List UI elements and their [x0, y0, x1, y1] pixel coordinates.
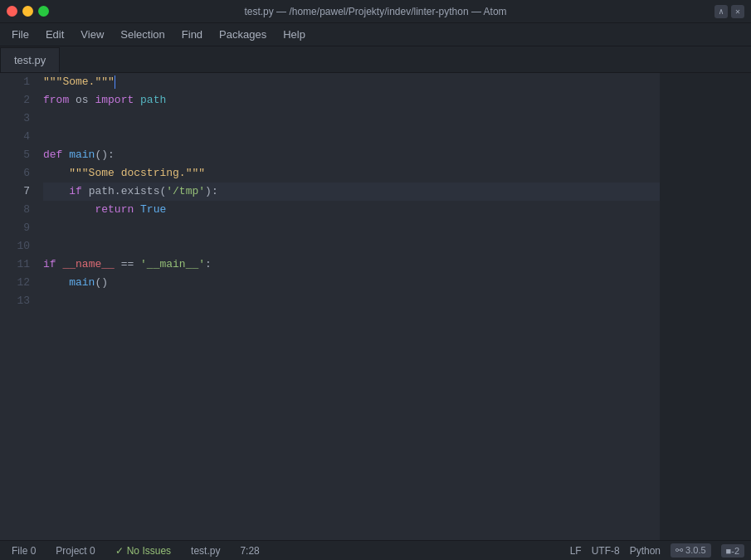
token-space-4: [134, 201, 140, 219]
menu-packages[interactable]: Packages: [211, 26, 275, 43]
token-eq: ==: [115, 256, 140, 274]
line-num-3: 3: [13, 110, 30, 128]
titlebar-ctrl-2[interactable]: ✕: [731, 5, 744, 18]
line-num-7: 7: [13, 183, 30, 201]
token-colon: :: [205, 256, 212, 274]
git-branch[interactable]: ⚯ 3.0.5: [671, 543, 711, 558]
token-indent-4: [43, 274, 69, 292]
editor-container: 1 2 3 4 5 6 7 8 9 10 11 12 13 """Some.""…: [0, 73, 751, 540]
token-if: if: [69, 183, 82, 201]
git-branch-label: 3.0.5: [683, 545, 706, 555]
menubar: File Edit View Selection Find Packages H…: [0, 23, 751, 46]
code-line-8: return True: [43, 201, 660, 219]
code-line-3: [43, 110, 660, 128]
token-main-func: main: [69, 146, 95, 164]
token-indent-3: [43, 201, 95, 219]
titlebar: test.py — /home/pawel/Projekty/indev/lin…: [0, 0, 751, 23]
titlebar-right-controls: ∧ ✕: [714, 5, 744, 18]
code-line-4: [43, 128, 660, 146]
encoding[interactable]: UTF-8: [592, 545, 620, 557]
code-line-12: main (): [43, 274, 660, 292]
token-space-2: [62, 146, 69, 164]
tab-label: test.py: [14, 54, 46, 66]
token-if2: if: [43, 256, 56, 274]
code-line-2: from os import path: [43, 91, 660, 110]
window-controls: [7, 6, 49, 17]
statusbar: File 0 Project 0 ✓ No Issues test.py 7:2…: [0, 540, 751, 560]
line-num-2: 2: [13, 91, 30, 110]
token-tmp-str: '/tmp': [166, 183, 205, 201]
menu-file[interactable]: File: [3, 26, 37, 43]
check-icon: ✓: [115, 545, 124, 557]
token-docstring-1: """Some.""": [43, 73, 115, 91]
token-call-parens: (): [95, 274, 108, 292]
line-num-5: 5: [13, 146, 30, 164]
line-num-11: 11: [13, 256, 30, 274]
token-import: import: [95, 91, 134, 110]
line-num-6: 6: [13, 164, 30, 183]
token-main-str: '__main__': [140, 256, 205, 274]
status-right: LF UTF-8 Python ⚯ 3.0.5 ■-2: [570, 543, 744, 558]
token-path: path: [134, 91, 166, 110]
code-line-1: """Some.""": [43, 73, 660, 91]
minimap: [660, 73, 751, 540]
menu-find[interactable]: Find: [173, 26, 211, 43]
code-line-9: [43, 219, 660, 237]
filename-label: test.py: [186, 544, 225, 558]
line-num-9: 9: [13, 219, 30, 237]
token-pathexists: path.exists(: [89, 183, 167, 201]
menu-help[interactable]: Help: [275, 26, 314, 43]
token-def: def: [43, 146, 62, 164]
language[interactable]: Python: [630, 545, 661, 557]
code-line-11: if __name__ == '__main__' :: [43, 256, 660, 274]
token-close-paren: ):: [205, 183, 218, 201]
close-button[interactable]: [7, 6, 17, 17]
file-badge[interactable]: File 0: [7, 544, 41, 558]
git-status-label: -2: [731, 546, 739, 556]
token-true: True: [140, 201, 166, 219]
token-indent-2: [43, 183, 69, 201]
line-num-13: 13: [13, 292, 30, 310]
token-name-var: __name__: [62, 256, 114, 274]
menu-view[interactable]: View: [72, 26, 112, 43]
menu-edit[interactable]: Edit: [37, 26, 72, 43]
token-from: from: [43, 91, 69, 110]
line-num-10: 10: [13, 237, 30, 256]
line-numbers: 1 2 3 4 5 6 7 8 9 10 11 12 13: [0, 73, 40, 540]
status-left: File 0 Project 0 ✓ No Issues test.py 7:2…: [7, 544, 265, 558]
cursor-position[interactable]: 7:28: [235, 544, 264, 558]
project-badge[interactable]: Project 0: [51, 544, 100, 558]
maximize-button[interactable]: [38, 6, 49, 17]
minimize-button[interactable]: [22, 6, 33, 17]
line-num-4: 4: [13, 128, 30, 146]
token-indent-1: [43, 164, 69, 183]
menu-selection[interactable]: Selection: [112, 26, 173, 43]
window-title: test.py — /home/pawel/Projekty/indev/lin…: [244, 6, 506, 17]
code-line-7: if path.exists( '/tmp' ):: [43, 183, 660, 201]
code-line-5: def main ():: [43, 146, 660, 164]
token-docstring-2: """Some docstring.""": [69, 164, 205, 183]
token-main-call: main: [69, 274, 95, 292]
tabbar: test.py: [0, 46, 751, 73]
titlebar-ctrl-1[interactable]: ∧: [714, 5, 728, 18]
line-ending[interactable]: LF: [570, 545, 582, 557]
tab-testpy[interactable]: test.py: [0, 47, 60, 72]
code-editor[interactable]: """Some.""" from os import path def main…: [40, 73, 660, 540]
token-space-1: os: [69, 91, 95, 110]
token-parens: ():: [95, 146, 114, 164]
git-status[interactable]: ■-2: [721, 544, 744, 558]
no-issues-badge[interactable]: ✓ No Issues: [110, 544, 176, 558]
code-line-10: [43, 237, 660, 256]
line-num-8: 8: [13, 201, 30, 219]
token-return: return: [95, 201, 134, 219]
line-num-1: 1: [13, 73, 30, 91]
text-cursor: [115, 75, 115, 89]
line-num-12: 12: [13, 274, 30, 292]
code-line-13: [43, 292, 660, 310]
token-space-3: [82, 183, 89, 201]
code-line-6: """Some docstring.""": [43, 164, 660, 183]
no-issues-label: No Issues: [127, 545, 171, 557]
